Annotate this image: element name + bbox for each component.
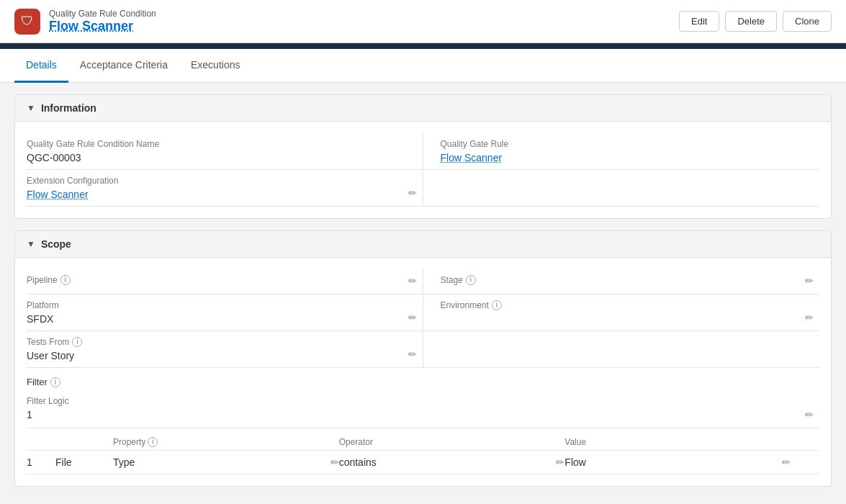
- ext-config-label: Extension Configuration: [27, 176, 405, 186]
- col-actions-header: [791, 437, 819, 447]
- platform-field: Platform SFDX ✏: [27, 294, 423, 331]
- col-num-header: [27, 437, 55, 447]
- tests-from-info-icon[interactable]: i: [72, 337, 82, 347]
- header-subtitle: Quality Gate Rule Condition: [49, 9, 156, 19]
- shield-icon: 🛡: [21, 14, 34, 29]
- ext-config-value[interactable]: Flow Scanner: [27, 189, 405, 200]
- tests-right-empty: [423, 331, 820, 368]
- tests-from-label: Tests From i: [27, 337, 405, 347]
- pipeline-info-icon[interactable]: i: [60, 275, 71, 285]
- scope-title: Scope: [41, 238, 71, 250]
- filter-info-icon[interactable]: i: [50, 377, 60, 387]
- tab-bar: Details Acceptance Criteria Executions: [0, 49, 846, 83]
- stage-field: Stage i ✏: [423, 269, 820, 294]
- qgr-value[interactable]: Flow Scanner: [441, 152, 820, 163]
- stage-edit-icon[interactable]: ✏: [805, 275, 814, 287]
- col-file-header: [55, 437, 113, 447]
- qgrc-name-field: Quality Gate Rule Condition Name QGC-000…: [27, 133, 423, 170]
- app-icon: 🛡: [14, 9, 40, 35]
- stage-label: Stage i: [441, 275, 820, 285]
- row-property: Type ✏: [113, 456, 339, 468]
- qgrc-name-value: QGC-00003: [27, 152, 405, 163]
- header-actions: Edit Delete Clone: [679, 11, 832, 32]
- scope-row-pipeline-stage: Pipeline i ✏ Stage i ✏: [27, 269, 819, 294]
- information-section: ▼ Information Quality Gate Rule Conditio…: [14, 94, 832, 219]
- filter-logic-edit-icon[interactable]: ✏: [805, 409, 814, 420]
- tests-from-value: User Story: [27, 350, 405, 361]
- environment-label: Environment i: [441, 300, 820, 310]
- information-fields-row2: Extension Configuration Flow Scanner ✏: [27, 170, 819, 207]
- header-left: 🛡 Quality Gate Rule Condition Flow Scann…: [14, 9, 156, 35]
- page-title: Flow Scanner: [49, 19, 156, 34]
- col-property-header: Property i: [113, 437, 339, 447]
- filter-label: Filter i: [27, 377, 60, 387]
- row-operator: contains ✏: [339, 456, 565, 468]
- scope-section: ▼ Scope Pipeline i ✏ Stage i: [14, 230, 832, 487]
- environment-field: Environment i ✏: [423, 294, 820, 331]
- information-chevron[interactable]: ▼: [27, 103, 35, 113]
- value-edit-icon[interactable]: ✏: [782, 456, 791, 468]
- tests-from-field: Tests From i User Story ✏: [27, 331, 423, 368]
- tab-acceptance-criteria[interactable]: Acceptance Criteria: [68, 49, 179, 83]
- operator-edit-icon[interactable]: ✏: [556, 456, 564, 468]
- filter-logic-value: 1: [27, 409, 819, 420]
- qgr-label: Quality Gate Rule: [441, 139, 820, 149]
- tab-executions[interactable]: Executions: [179, 49, 251, 83]
- filter-table-header: Property i Operator Value: [27, 434, 819, 451]
- property-info-icon[interactable]: i: [148, 437, 158, 447]
- scope-chevron[interactable]: ▼: [27, 239, 35, 249]
- col-operator-header: Operator: [339, 437, 565, 447]
- filter-table-row: 1 File Type ✏ contains ✏ Flow ✏: [27, 451, 819, 474]
- dark-bar: [0, 43, 846, 49]
- information-title: Information: [41, 102, 96, 114]
- scope-section-header: ▼ Scope: [15, 231, 831, 258]
- qgr-field: Quality Gate Rule Flow Scanner: [423, 133, 820, 170]
- clone-button[interactable]: Clone: [783, 11, 832, 32]
- page-header: 🛡 Quality Gate Rule Condition Flow Scann…: [0, 0, 846, 43]
- ext-config-edit-icon[interactable]: ✏: [408, 187, 417, 199]
- row-value: Flow ✏: [564, 456, 791, 468]
- scope-section-body: Pipeline i ✏ Stage i ✏: [15, 258, 831, 486]
- information-section-header: ▼ Information: [15, 95, 831, 122]
- information-section-body: Quality Gate Rule Condition Name QGC-000…: [15, 122, 831, 218]
- header-text: Quality Gate Rule Condition Flow Scanner: [49, 9, 156, 34]
- scope-row-tests: Tests From i User Story ✏: [27, 331, 819, 368]
- platform-label: Platform: [27, 300, 405, 310]
- main-content: ▼ Information Quality Gate Rule Conditio…: [0, 83, 846, 504]
- empty-field: [423, 170, 820, 207]
- filter-logic-label: Filter Logic: [27, 396, 819, 406]
- filter-table: Property i Operator Value 1 File: [27, 434, 819, 474]
- row-file: File: [55, 456, 113, 468]
- property-edit-icon[interactable]: ✏: [330, 456, 339, 468]
- row-num: 1: [27, 456, 55, 468]
- tests-from-edit-icon[interactable]: ✏: [408, 348, 417, 360]
- platform-edit-icon[interactable]: ✏: [408, 312, 417, 323]
- pipeline-label: Pipeline i: [27, 275, 405, 285]
- tab-details[interactable]: Details: [14, 49, 68, 83]
- scope-row-platform-env: Platform SFDX ✏ Environment i ✏: [27, 294, 819, 331]
- ext-config-field: Extension Configuration Flow Scanner ✏: [27, 170, 423, 207]
- pipeline-field: Pipeline i ✏: [27, 269, 423, 294]
- stage-info-icon[interactable]: i: [466, 275, 476, 285]
- edit-button[interactable]: Edit: [679, 11, 719, 32]
- filter-header: Filter i: [27, 368, 819, 392]
- qgrc-name-label: Quality Gate Rule Condition Name: [27, 139, 405, 149]
- environment-edit-icon[interactable]: ✏: [805, 312, 814, 323]
- col-value-header: Value: [564, 437, 791, 447]
- platform-value: SFDX: [27, 313, 405, 325]
- pipeline-edit-icon[interactable]: ✏: [408, 275, 417, 287]
- information-fields-row1: Quality Gate Rule Condition Name QGC-000…: [27, 133, 819, 170]
- environment-info-icon[interactable]: i: [492, 300, 502, 310]
- delete-button[interactable]: Delete: [725, 11, 777, 32]
- filter-logic-row: Filter Logic 1 ✏: [27, 392, 819, 428]
